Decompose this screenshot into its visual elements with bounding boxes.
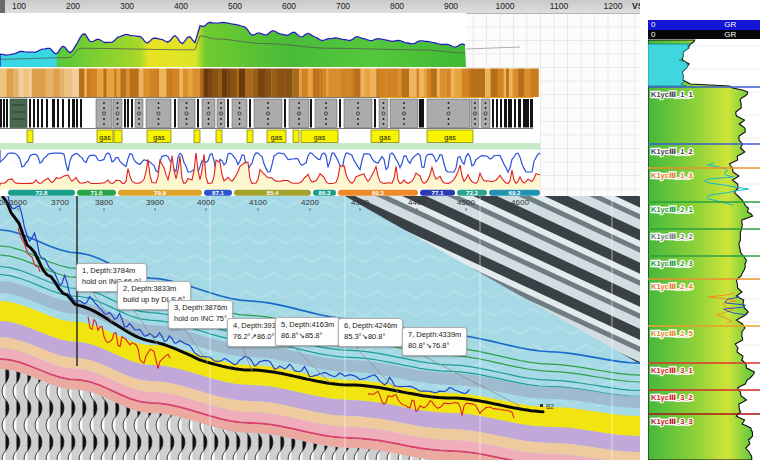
lithology-block <box>46 99 48 128</box>
svg-text:gas: gas <box>379 134 391 142</box>
vs-ruler-tick: 1200 <box>604 1 623 11</box>
svg-text:gas: gas <box>271 134 283 142</box>
trajectory-annotation[interactable]: 7, Depth:4339m80.8°↘76.8° <box>402 327 467 356</box>
lithology-block <box>518 99 521 128</box>
svg-text:69.2: 69.2 <box>508 189 521 196</box>
lithology-block <box>508 99 512 128</box>
md-ruler-tick: 3800 <box>95 198 113 207</box>
gas-show-box: gas <box>371 130 399 143</box>
md-ruler-tick: 3500 <box>0 198 8 207</box>
geosteering-app: VS 1002003004005006007008009001000110012… <box>0 0 760 460</box>
formation-top-label: K1ycⅢ_1_2 <box>651 147 693 156</box>
annotation-depth: 7, Depth:4339m <box>408 330 461 341</box>
svg-text:80.3: 80.3 <box>372 189 385 196</box>
lithology-block <box>72 99 75 128</box>
lithology-block <box>6 99 8 128</box>
lithology-block <box>37 99 39 128</box>
lithology-block <box>249 99 251 128</box>
formation-top-label: K1ycⅢ_2_4 <box>651 282 694 291</box>
vs-ruler-tick: 200 <box>66 1 80 11</box>
trajectory-annotation[interactable]: 5, Depth:4163m86.8°↘85.8° <box>275 317 340 346</box>
trajectory-annotation[interactable]: 3, Depth:3876mhold on INC 75° <box>168 300 233 329</box>
lithology-block <box>202 99 215 128</box>
formation-top-label: K1ycⅢ_1_3 <box>651 171 693 180</box>
vs-ruler-tick: 900 <box>444 1 458 11</box>
target-point-label: B2 <box>546 403 554 410</box>
annotation-depth: 5, Depth:4163m <box>281 320 334 331</box>
lithology-block <box>174 99 176 128</box>
vs-ruler-tick: 300 <box>120 1 134 11</box>
lithology-block <box>344 99 372 128</box>
lithology-block <box>135 99 143 128</box>
annotation-depth: 2, Depth:3833m <box>123 284 185 295</box>
formation-top-label: K1ycⅢ_2_2 <box>651 232 693 241</box>
lithology-block <box>390 99 418 128</box>
svg-text:gas: gas <box>444 134 456 142</box>
gas-show-box: gas <box>427 130 473 143</box>
vs-ruler-tick: 800 <box>390 1 404 11</box>
lithology-block <box>41 99 43 128</box>
lithology-block <box>68 99 70 128</box>
lithology-block <box>146 99 171 128</box>
lithology-block <box>33 99 35 128</box>
lithology-block <box>127 99 129 128</box>
annotation-detail: hold on INC 75° <box>174 314 227 325</box>
svg-text:71.0: 71.0 <box>90 189 103 196</box>
md-ruler-tick: 4600 <box>511 198 529 207</box>
gas-show-box: gas <box>267 130 286 143</box>
svg-text:72.2: 72.2 <box>466 189 479 196</box>
lithology-block <box>504 99 507 128</box>
gas-show-box <box>27 130 33 143</box>
svg-text:gas: gas <box>99 134 111 142</box>
md-ruler-tick: 3700 <box>51 198 69 207</box>
gas-show-box <box>247 130 253 143</box>
vs-ruler-tick: 1000 <box>496 1 515 11</box>
annotation-depth: 3, Depth:3876m <box>174 303 227 314</box>
vs-ruler-tick: 1100 <box>550 1 568 11</box>
formation-top-label: K1ycⅢ_3_3 <box>651 417 693 426</box>
trajectory-annotation[interactable]: 6, Depth:4246m85.3°↘80.8° <box>338 318 403 347</box>
lithology-block <box>178 99 195 128</box>
lithology-block <box>96 99 112 128</box>
lithology-block <box>496 99 498 128</box>
ruler-corner <box>0 0 5 13</box>
svg-text:86.3: 86.3 <box>318 189 331 196</box>
formation-top-label: K1ycⅢ_1_1 <box>651 90 693 99</box>
lithology-block <box>80 99 82 128</box>
lithology-block <box>315 99 337 128</box>
lithology-block <box>217 99 225 128</box>
formation-top-label: K1ycⅢ_3_1 <box>651 366 693 375</box>
formation-top-label: K1ycⅢ_2_5 <box>651 329 693 338</box>
gas-show-box <box>194 130 200 143</box>
vs-ruler-tick: 600 <box>282 1 296 11</box>
annotation-detail: 86.8°↘85.8° <box>281 331 334 342</box>
vs-ruler-tick: 700 <box>336 1 350 11</box>
vs-ruler-tick: 100 <box>12 1 26 11</box>
gas-show-box: gas <box>147 130 171 143</box>
lithology-block <box>124 99 126 128</box>
annotation-detail: 80.8°↘76.8° <box>408 341 461 352</box>
lithology-block <box>514 99 516 128</box>
lithology-block <box>492 99 494 128</box>
lithology-block <box>310 99 312 128</box>
md-ruler-tick: 4300 <box>351 198 369 207</box>
vs-ruler-tick: 400 <box>174 1 188 11</box>
panel-gap <box>640 0 648 460</box>
gas-show-box: gas <box>301 130 338 143</box>
md-ruler-tick: 4100 <box>249 198 267 207</box>
md-ruler-tick: 3900 <box>146 198 164 207</box>
gas-show-box: gas <box>97 130 113 143</box>
lithology-block <box>29 99 31 128</box>
lithology-block <box>254 99 282 128</box>
lithology-block <box>57 99 59 128</box>
lithology-block <box>419 99 424 128</box>
log-tracks-panel[interactable]: gasgasgasgasgasgas72.871.079.987.185.486… <box>0 13 648 196</box>
md-ruler-tick: 4000 <box>197 198 215 207</box>
gr-correlation-panel[interactable]: 0 GR 0 GR K1ycⅢ_1_1K1ycⅢ_1_2K1ycⅢ_1_3K1y… <box>648 0 760 460</box>
svg-text:gas: gas <box>153 134 165 142</box>
svg-text:77.1: 77.1 <box>431 189 444 196</box>
gas-show-box <box>216 130 222 143</box>
vs-ruler-tick: 500 <box>228 1 242 11</box>
lithology-block <box>197 99 199 128</box>
lithology-block <box>3 99 5 128</box>
